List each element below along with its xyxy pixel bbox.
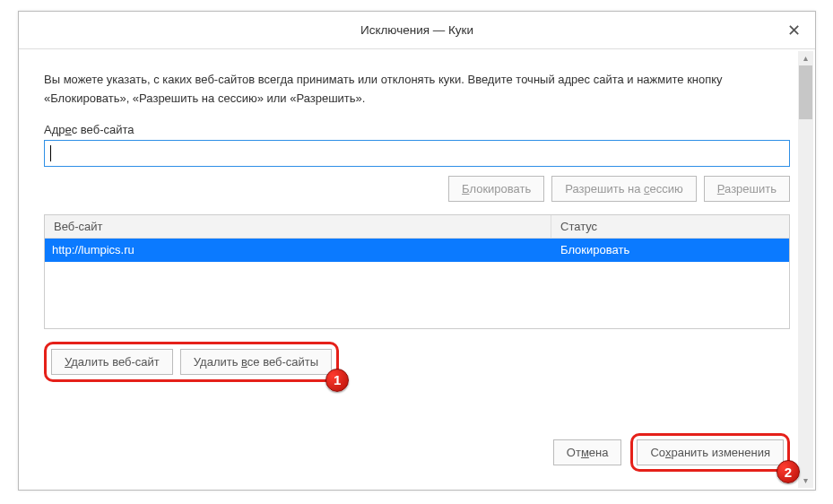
save-button[interactable]: Сохранить изменения bbox=[637, 439, 784, 465]
save-button-highlight: Сохранить изменения 2 bbox=[630, 433, 790, 472]
dialog-content: Вы можете указать, с каких веб-сайтов вс… bbox=[19, 49, 815, 490]
text-cursor bbox=[50, 145, 51, 161]
row-status: Блокировать bbox=[551, 239, 789, 262]
titlebar: Исключения — Куки ✕ bbox=[19, 12, 815, 49]
footer-buttons: Отмена Сохранить изменения 2 bbox=[553, 433, 790, 472]
header-website[interactable]: Веб-сайт bbox=[45, 215, 551, 238]
annotation-badge-2: 2 bbox=[777, 460, 800, 483]
block-button[interactable]: Блокировать bbox=[448, 176, 544, 202]
header-status[interactable]: Статус bbox=[551, 215, 789, 238]
row-website: http://lumpics.ru bbox=[45, 239, 551, 262]
remove-buttons-group: Удалить веб-сайт Удалить все веб-сайты 1 bbox=[44, 342, 339, 382]
exceptions-dialog: Исключения — Куки ✕ ▴ ▾ Вы можете указат… bbox=[18, 11, 816, 491]
address-label: Адрес веб-сайта bbox=[44, 123, 790, 136]
dialog-title: Исключения — Куки bbox=[360, 23, 473, 37]
address-input[interactable] bbox=[44, 140, 790, 167]
table-header: Веб-сайт Статус bbox=[45, 215, 789, 239]
remove-site-button[interactable]: Удалить веб-сайт bbox=[51, 349, 173, 375]
annotation-badge-1: 1 bbox=[325, 369, 349, 392]
allow-button[interactable]: Разрешить bbox=[704, 176, 790, 202]
action-buttons-row: Блокировать Разрешить на сессию Разрешит… bbox=[44, 176, 790, 202]
table-row[interactable]: http://lumpics.ru Блокировать bbox=[45, 239, 789, 262]
remove-all-button[interactable]: Удалить все веб-сайты bbox=[180, 349, 332, 375]
close-icon[interactable]: ✕ bbox=[783, 12, 804, 49]
allow-session-button[interactable]: Разрешить на сессию bbox=[551, 176, 697, 202]
cancel-button[interactable]: Отмена bbox=[553, 439, 622, 465]
description-text: Вы можете указать, с каких веб-сайтов вс… bbox=[44, 71, 790, 109]
exceptions-table: Веб-сайт Статус http://lumpics.ru Блокир… bbox=[44, 214, 790, 329]
